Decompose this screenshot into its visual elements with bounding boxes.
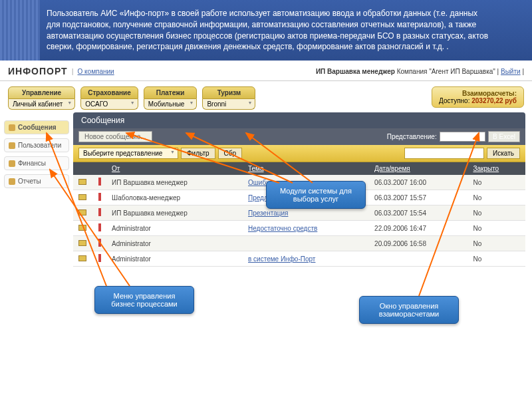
col-icon[interactable]: [73, 162, 92, 175]
sidebar-item-users[interactable]: Пользователи: [4, 138, 69, 152]
cell-from: ИП Варшавка менеджер: [106, 205, 243, 221]
tab-tourism[interactable]: Туризм: [202, 86, 255, 99]
balance-title: Взаиморасчеты:: [439, 90, 517, 97]
sub-tourism[interactable]: Bronni: [202, 99, 255, 110]
table-row[interactable]: Administrator20.09.2006 16:58No: [73, 236, 525, 251]
logout-link[interactable]: Выйти: [501, 68, 521, 75]
tab-insurance[interactable]: Страхование: [80, 86, 138, 99]
cell-from: Administrator: [106, 236, 243, 251]
cell-from: Administrator: [106, 251, 243, 267]
cell-datetime: 06.03.2007 15:54: [369, 205, 467, 221]
sub-payments[interactable]: Мобильные: [144, 99, 198, 110]
mail-icon: [78, 225, 86, 231]
callout-modules: Модули системы для выбора услуг: [266, 181, 366, 209]
cell-datetime: 06.03.2007 16:00: [369, 175, 467, 190]
toolbar-primary: Новое сообщение... Представление: Входящ…: [73, 128, 525, 145]
users-icon: [9, 142, 15, 149]
flag-icon: [98, 254, 101, 262]
export-excel-button[interactable]: В Excel: [488, 131, 520, 142]
tab-payments[interactable]: Платежи: [144, 86, 198, 99]
cell-datetime: 06.03.2007 15:57: [369, 190, 467, 205]
reset-button[interactable]: Сбр: [218, 148, 243, 159]
cell-from: Administrator: [106, 221, 243, 236]
balance-value: 203270,22 руб: [471, 97, 517, 104]
mail-icon: [78, 240, 86, 246]
description-banner: Пользователь АИС «Инфо-порт» в своей раб…: [0, 0, 532, 61]
view-select[interactable]: Входящие: [440, 132, 485, 142]
callout-balance: Окно управления взаиморасчетами: [359, 296, 459, 324]
cell-closed: No: [467, 251, 525, 267]
userinfo: ИП Варшавка менеджер Компания "Агент ИП …: [316, 68, 524, 75]
tab-management[interactable]: Управление: [8, 86, 75, 99]
sidebar-item-finance[interactable]: Финансы: [4, 156, 69, 170]
messages-icon: [9, 124, 15, 131]
cell-datetime: [369, 251, 467, 267]
table-row[interactable]: AdministratorНедостаточно средств22.09.2…: [73, 221, 525, 236]
toolbar-filter: Выберите представление Фильтр Сбр Искать: [73, 145, 525, 162]
sub-insurance[interactable]: ОСАГО: [80, 99, 138, 110]
col-from[interactable]: От: [106, 162, 243, 175]
mail-icon: [78, 255, 86, 261]
flag-icon: [98, 178, 101, 186]
cell-subject: Недостаточно средств: [243, 221, 369, 236]
filter-select[interactable]: Выберите представление: [78, 148, 178, 159]
cell-closed: No: [467, 175, 525, 190]
cell-from: ИП Варшавка менеджер: [106, 175, 243, 190]
col-datetime[interactable]: Дата/время: [369, 162, 467, 175]
cell-subject: [243, 236, 369, 251]
mail-icon: [78, 209, 86, 215]
description-text: Пользователь АИС «Инфо-порт» в своей раб…: [47, 9, 488, 51]
callout-menu: Меню управления бизнес процессами: [94, 286, 194, 314]
reports-icon: [9, 178, 15, 185]
cell-closed: No: [467, 221, 525, 236]
flag-icon: [98, 239, 101, 247]
cell-subject: в системе Инфо-Порт: [243, 251, 369, 267]
col-subject[interactable]: Тема: [243, 162, 369, 175]
sidebar: Сообщения Пользователи Финансы Отчеты: [0, 112, 73, 273]
about-link[interactable]: О компании: [78, 68, 114, 75]
cell-from: Шаболовка-менеджер: [106, 190, 243, 205]
filter-button[interactable]: Фильтр: [181, 148, 215, 159]
balance-box[interactable]: Взаиморасчеты: Доступно: 203270,22 руб: [432, 86, 524, 108]
col-closed[interactable]: Закрыто: [467, 162, 525, 175]
cell-datetime: 20.09.2006 16:58: [369, 236, 467, 251]
topbar: ИНФОПОРТ | О компании ИП Варшавка менедж…: [0, 61, 532, 81]
logo: ИНФОПОРТ: [8, 66, 68, 76]
table-row[interactable]: Administratorв системе Инфо-ПортNo: [73, 251, 525, 267]
cell-closed: No: [467, 205, 525, 221]
sub-management[interactable]: Личный кабинет: [8, 99, 75, 110]
new-message-button[interactable]: Новое сообщение...: [78, 131, 152, 142]
search-button[interactable]: Искать: [487, 148, 520, 159]
cell-closed: No: [467, 236, 525, 251]
finance-icon: [9, 160, 15, 167]
flag-icon: [98, 208, 101, 216]
search-input[interactable]: [404, 148, 484, 159]
sidebar-item-reports[interactable]: Отчеты: [4, 174, 69, 188]
cell-closed: No: [467, 190, 525, 205]
messages-table: От Тема Дата/время Закрыто ИП Варшавка м…: [73, 162, 525, 267]
col-flag[interactable]: [92, 162, 106, 175]
mail-icon: [78, 179, 86, 185]
flag-icon: [98, 223, 101, 231]
flag-icon: [98, 193, 101, 201]
tabs-row: Управление Личный кабинет Страхование ОС…: [0, 81, 532, 110]
sidebar-item-messages[interactable]: Сообщения: [4, 120, 69, 134]
cell-datetime: 22.09.2006 16:47: [369, 221, 467, 236]
mail-icon: [78, 194, 86, 200]
section-title: Сообщения: [73, 112, 525, 128]
